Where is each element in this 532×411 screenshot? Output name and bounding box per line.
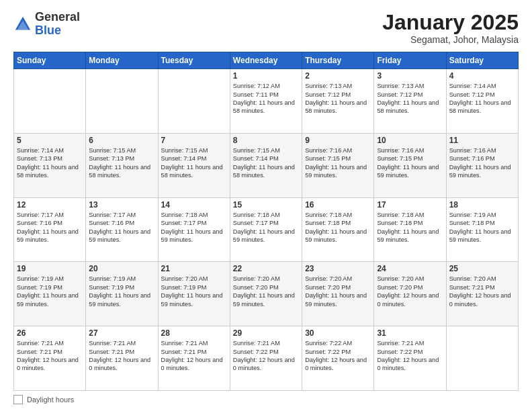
- day-info: Sunrise: 7:19 AM Sunset: 7:19 PM Dayligh…: [89, 275, 154, 308]
- day-info: Sunrise: 7:22 AM Sunset: 7:22 PM Dayligh…: [305, 339, 371, 373]
- calendar-cell: 18Sunrise: 7:19 AM Sunset: 7:18 PM Dayli…: [446, 197, 518, 262]
- page: General Blue January 2025 Segamat, Johor…: [0, 0, 532, 411]
- day-info: Sunrise: 7:16 AM Sunset: 7:16 PM Dayligh…: [449, 146, 515, 180]
- day-info: Sunrise: 7:21 AM Sunset: 7:21 PM Dayligh…: [161, 339, 227, 373]
- day-number: 11: [449, 136, 515, 145]
- day-info: Sunrise: 7:17 AM Sunset: 7:16 PM Dayligh…: [89, 211, 154, 244]
- calendar-header-wednesday: Wednesday: [230, 52, 302, 69]
- day-number: 2: [305, 71, 371, 81]
- daylight-box-icon: [13, 395, 23, 404]
- calendar-cell: 3Sunrise: 7:13 AM Sunset: 7:12 PM Daylig…: [374, 69, 446, 134]
- calendar-cell: 22Sunrise: 7:20 AM Sunset: 7:20 PM Dayli…: [230, 262, 302, 326]
- day-number: 26: [17, 328, 83, 338]
- header: General Blue January 2025 Segamat, Johor…: [13, 11, 519, 45]
- day-number: 12: [17, 200, 83, 210]
- day-number: 16: [305, 200, 371, 210]
- calendar-cell: 11Sunrise: 7:16 AM Sunset: 7:16 PM Dayli…: [446, 133, 518, 197]
- day-info: Sunrise: 7:17 AM Sunset: 7:16 PM Dayligh…: [17, 211, 83, 244]
- day-info: Sunrise: 7:13 AM Sunset: 7:12 PM Dayligh…: [305, 82, 371, 116]
- day-info: Sunrise: 7:21 AM Sunset: 7:21 PM Dayligh…: [17, 339, 83, 373]
- day-info: Sunrise: 7:19 AM Sunset: 7:18 PM Dayligh…: [449, 211, 515, 244]
- calendar-cell: 10Sunrise: 7:16 AM Sunset: 7:15 PM Dayli…: [374, 133, 446, 197]
- calendar-header-row: SundayMondayTuesdayWednesdayThursdayFrid…: [14, 52, 519, 69]
- calendar-cell: 19Sunrise: 7:19 AM Sunset: 7:19 PM Dayli…: [14, 262, 86, 326]
- day-info: Sunrise: 7:21 AM Sunset: 7:21 PM Dayligh…: [89, 339, 154, 373]
- calendar-cell: 31Sunrise: 7:21 AM Sunset: 7:22 PM Dayli…: [374, 326, 446, 391]
- location: Segamat, Johor, Malaysia: [382, 34, 519, 45]
- calendar-week-row: 5Sunrise: 7:14 AM Sunset: 7:13 PM Daylig…: [14, 133, 519, 197]
- day-number: 23: [305, 264, 371, 273]
- day-number: 7: [161, 136, 227, 145]
- calendar-cell: 23Sunrise: 7:20 AM Sunset: 7:20 PM Dayli…: [302, 262, 374, 326]
- day-info: Sunrise: 7:21 AM Sunset: 7:22 PM Dayligh…: [377, 339, 443, 373]
- day-number: 1: [233, 71, 299, 81]
- calendar-header-thursday: Thursday: [302, 52, 374, 69]
- calendar-cell: 25Sunrise: 7:20 AM Sunset: 7:21 PM Dayli…: [446, 262, 518, 326]
- day-number: 10: [377, 136, 443, 145]
- calendar-cell: 16Sunrise: 7:18 AM Sunset: 7:18 PM Dayli…: [302, 197, 374, 262]
- calendar-cell: 9Sunrise: 7:16 AM Sunset: 7:15 PM Daylig…: [302, 133, 374, 197]
- day-info: Sunrise: 7:15 AM Sunset: 7:14 PM Dayligh…: [161, 146, 227, 180]
- day-info: Sunrise: 7:15 AM Sunset: 7:13 PM Dayligh…: [89, 146, 154, 180]
- calendar-cell: 15Sunrise: 7:18 AM Sunset: 7:17 PM Dayli…: [230, 197, 302, 262]
- calendar-cell: 1Sunrise: 7:12 AM Sunset: 7:11 PM Daylig…: [230, 69, 302, 134]
- calendar-cell: 29Sunrise: 7:21 AM Sunset: 7:22 PM Dayli…: [230, 326, 302, 391]
- calendar-cell: 20Sunrise: 7:19 AM Sunset: 7:19 PM Dayli…: [86, 262, 158, 326]
- day-number: 24: [377, 264, 443, 273]
- day-info: Sunrise: 7:20 AM Sunset: 7:21 PM Dayligh…: [449, 275, 515, 308]
- calendar-cell: 21Sunrise: 7:20 AM Sunset: 7:19 PM Dayli…: [158, 262, 230, 326]
- calendar-header-monday: Monday: [86, 52, 158, 69]
- day-info: Sunrise: 7:15 AM Sunset: 7:14 PM Dayligh…: [233, 146, 299, 180]
- day-number: 8: [233, 136, 299, 145]
- logo-text: General Blue: [35, 11, 80, 38]
- day-number: 22: [233, 264, 299, 273]
- day-info: Sunrise: 7:19 AM Sunset: 7:19 PM Dayligh…: [17, 275, 83, 308]
- day-info: Sunrise: 7:18 AM Sunset: 7:17 PM Dayligh…: [161, 211, 227, 244]
- calendar-cell: 27Sunrise: 7:21 AM Sunset: 7:21 PM Dayli…: [86, 326, 158, 391]
- logo: General Blue: [13, 11, 80, 38]
- calendar-week-row: 26Sunrise: 7:21 AM Sunset: 7:21 PM Dayli…: [14, 326, 519, 391]
- day-number: 14: [161, 200, 227, 210]
- calendar-cell: 2Sunrise: 7:13 AM Sunset: 7:12 PM Daylig…: [302, 69, 374, 134]
- calendar-cell: 26Sunrise: 7:21 AM Sunset: 7:21 PM Dayli…: [14, 326, 86, 391]
- title-block: January 2025 Segamat, Johor, Malaysia: [382, 11, 519, 45]
- calendar-cell: 4Sunrise: 7:14 AM Sunset: 7:12 PM Daylig…: [446, 69, 518, 134]
- day-info: Sunrise: 7:20 AM Sunset: 7:20 PM Dayligh…: [233, 275, 299, 308]
- calendar-header-friday: Friday: [374, 52, 446, 69]
- calendar-week-row: 19Sunrise: 7:19 AM Sunset: 7:19 PM Dayli…: [14, 262, 519, 326]
- month-title: January 2025: [382, 11, 519, 34]
- calendar-cell: [446, 326, 518, 391]
- day-number: 27: [89, 328, 154, 338]
- calendar-cell: 24Sunrise: 7:20 AM Sunset: 7:20 PM Dayli…: [374, 262, 446, 326]
- calendar-cell: 7Sunrise: 7:15 AM Sunset: 7:14 PM Daylig…: [158, 133, 230, 197]
- calendar-cell: [14, 69, 86, 134]
- day-number: 15: [233, 200, 299, 210]
- day-number: 29: [233, 328, 299, 338]
- day-number: 21: [161, 264, 227, 273]
- calendar-header-sunday: Sunday: [14, 52, 86, 69]
- day-number: 31: [377, 328, 443, 338]
- calendar-cell: 13Sunrise: 7:17 AM Sunset: 7:16 PM Dayli…: [86, 197, 158, 262]
- day-info: Sunrise: 7:13 AM Sunset: 7:12 PM Dayligh…: [377, 82, 443, 116]
- day-info: Sunrise: 7:20 AM Sunset: 7:19 PM Dayligh…: [161, 275, 227, 308]
- day-number: 28: [161, 328, 227, 338]
- day-number: 9: [305, 136, 371, 145]
- day-number: 30: [305, 328, 371, 338]
- day-number: 19: [17, 264, 83, 273]
- day-info: Sunrise: 7:21 AM Sunset: 7:22 PM Dayligh…: [233, 339, 299, 373]
- calendar-cell: 6Sunrise: 7:15 AM Sunset: 7:13 PM Daylig…: [86, 133, 158, 197]
- day-info: Sunrise: 7:14 AM Sunset: 7:13 PM Dayligh…: [17, 146, 83, 180]
- day-number: 18: [449, 200, 515, 210]
- day-info: Sunrise: 7:18 AM Sunset: 7:18 PM Dayligh…: [305, 211, 371, 244]
- day-info: Sunrise: 7:18 AM Sunset: 7:17 PM Dayligh…: [233, 211, 299, 244]
- day-info: Sunrise: 7:12 AM Sunset: 7:11 PM Dayligh…: [233, 82, 299, 116]
- calendar-week-row: 1Sunrise: 7:12 AM Sunset: 7:11 PM Daylig…: [14, 69, 519, 134]
- day-number: 4: [449, 71, 515, 81]
- calendar-cell: 28Sunrise: 7:21 AM Sunset: 7:21 PM Dayli…: [158, 326, 230, 391]
- calendar-cell: 14Sunrise: 7:18 AM Sunset: 7:17 PM Dayli…: [158, 197, 230, 262]
- day-number: 13: [89, 200, 154, 210]
- day-number: 3: [377, 71, 443, 81]
- calendar-cell: [158, 69, 230, 134]
- day-info: Sunrise: 7:18 AM Sunset: 7:18 PM Dayligh…: [377, 211, 443, 244]
- calendar-cell: 17Sunrise: 7:18 AM Sunset: 7:18 PM Dayli…: [374, 197, 446, 262]
